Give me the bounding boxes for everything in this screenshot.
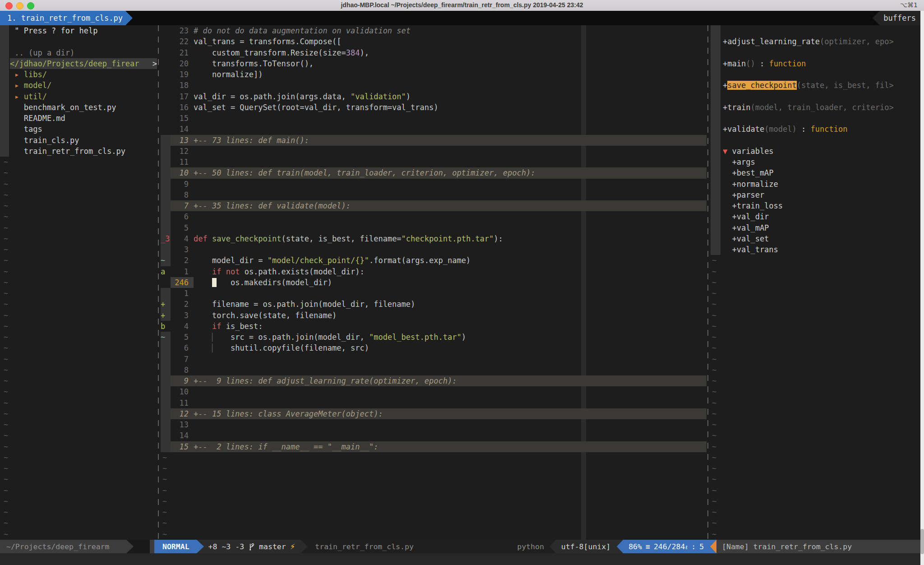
tree-item[interactable]: " Press ? for help [10, 25, 158, 36]
code-line[interactable]: ~2 model_dir = "model/check_point/{}".fo… [161, 255, 707, 266]
code-line[interactable]: 14 [161, 124, 707, 134]
code-line[interactable]: 1 [161, 288, 707, 299]
tree-item[interactable] [10, 36, 158, 47]
code-line[interactable]: 11 [161, 157, 707, 167]
tagbar-item[interactable]: +train(model, train_loader, criterio> [723, 102, 920, 113]
folded-code-line[interactable]: 12+-- 15 lines: class AverageMeter(objec… [161, 408, 707, 419]
sign-column-cell [161, 408, 171, 419]
line-number: 13 [171, 419, 189, 430]
code-line[interactable]: 12 [161, 146, 707, 157]
tree-item[interactable]: ▸ libs/ [10, 69, 158, 80]
scrollbar-track[interactable] [920, 11, 924, 565]
code-line[interactable]: 20 transforms.ToTensor(), [161, 58, 707, 69]
folded-code-line[interactable]: 13+-- 73 lines: def main(): [161, 135, 707, 146]
code-line[interactable]: 9 [161, 179, 707, 190]
code-line[interactable]: 23# do not do data augmentation on valid… [161, 25, 707, 36]
code-text [194, 124, 707, 134]
sign-column-cell [161, 190, 171, 200]
window-separator-right[interactable] [707, 25, 708, 540]
code-line[interactable]: 21 custom_transform.Resize(size=384), [161, 47, 707, 58]
code-line[interactable]: +3 torch.save(state, filename) [161, 310, 707, 321]
code-line[interactable]: +2 filename = os.path.join(model_dir, fi… [161, 299, 707, 310]
code-line[interactable]: 6 [161, 211, 707, 222]
tree-item[interactable]: ▸ model/ [10, 80, 158, 91]
statusline-spacer [134, 540, 150, 553]
tagbar-item[interactable]: +val_dir [723, 211, 920, 222]
empty-line-tilde: ~ [712, 386, 920, 397]
tagbar-item[interactable]: +val_trans [723, 244, 920, 255]
code-window[interactable]: 23# do not do data augmentation on valid… [161, 25, 707, 540]
folded-code-line[interactable]: 15+-- 2 lines: if __name__ == "__main__"… [161, 441, 707, 452]
code-line[interactable]: 7 [161, 354, 707, 365]
empty-line-tilde: ~ [10, 386, 158, 397]
code-text: transforms.ToTensor(), [194, 58, 707, 69]
tagbar-item[interactable]: +adjust_learning_rate(optimizer, epo> [723, 36, 920, 47]
code-line[interactable]: 3 [161, 244, 707, 255]
tree-item[interactable]: .. (up a dir) [10, 47, 158, 58]
tree-item[interactable]: ▸ util/ [10, 91, 158, 102]
nerdtree-gutter-strip [0, 25, 9, 157]
sign-column-cell [161, 179, 171, 190]
code-text: ▏ shutil.copyfile(filename, src) [194, 343, 707, 353]
tagbar-item[interactable]: +best_mAP [723, 167, 920, 178]
tagbar-item[interactable]: +args [723, 157, 920, 167]
code-line[interactable]: 13 [161, 419, 707, 430]
code-text: val_dir = os.path.join(args.data, "valid… [194, 91, 707, 102]
tagbar-item[interactable]: +validate(model) : function [723, 124, 920, 134]
scrollbar-thumb[interactable] [920, 529, 924, 554]
empty-line-tilde: ~ [712, 529, 920, 540]
folded-code-line[interactable]: 9+-- 9 lines: def adjust_learning_rate(o… [161, 375, 707, 386]
folded-code-line[interactable]: 10+-- 50 lines: def train(model, train_l… [161, 167, 707, 178]
window-separator-left[interactable] [158, 25, 159, 540]
code-line[interactable]: ~5 ▏ src = os.path.join(model_dir, "mode… [161, 332, 707, 343]
code-line[interactable]: 8 [161, 365, 707, 375]
code-line[interactable]: 15 [161, 113, 707, 124]
tagbar-item[interactable]: +val_mAP [723, 222, 920, 233]
sign-column-cell: + [161, 299, 171, 310]
empty-line-tilde: ~ [712, 419, 920, 430]
statusline-sliver [150, 540, 154, 553]
tree-item[interactable]: train_cls.py [10, 135, 158, 146]
tagbar-item[interactable]: +parser [723, 190, 920, 200]
tagbar-item[interactable]: +save_checkpoint(state, is_best, fil> [723, 80, 920, 91]
line-number: 9 [171, 179, 189, 190]
sign-column-cell [161, 58, 171, 69]
code-line[interactable]: 18 [161, 80, 707, 91]
tree-item[interactable]: README.md [10, 113, 158, 124]
code-line[interactable]: 14 [161, 430, 707, 441]
tagbar-item[interactable]: +normalize [723, 179, 920, 190]
code-line[interactable]: 10 [161, 386, 707, 397]
empty-line-tilde: ~ [10, 507, 158, 518]
code-line[interactable]: 17val_dir = os.path.join(args.data, "val… [161, 91, 707, 102]
empty-line-tilde: ~ [161, 474, 707, 485]
tagbar-sidebar[interactable]: +adjust_learning_rate(optimizer, epo>+ma… [709, 25, 920, 540]
tree-root-item[interactable]: </jdhao/Projects/deep_firear> [10, 58, 157, 69]
code-line[interactable]: 22val_trans = transforms.Compose([ [161, 36, 707, 47]
code-line[interactable]: 11 [161, 398, 707, 408]
code-line[interactable]: 6 ▏ shutil.copyfile(filename, src) [161, 343, 707, 353]
code-line[interactable]: 16val_set = QuerySet(root=val_dir, trans… [161, 102, 707, 113]
sign-column-cell [161, 200, 171, 211]
tagbar-item[interactable]: +train_loss [723, 200, 920, 211]
tab-train-retr-from-cls[interactable]: 1. train_retr_from_cls.py [0, 11, 125, 25]
code-line[interactable]: 19 normalize]) [161, 69, 707, 80]
line-number: 4 [171, 321, 189, 332]
code-line[interactable]: _34def save_checkpoint(state, is_best, f… [161, 233, 707, 244]
tree-item[interactable]: train_retr_from_cls.py [10, 146, 158, 157]
nerdtree-sidebar[interactable]: " Press ? for help .. (up a dir)</jdhao/… [0, 25, 158, 540]
tree-item[interactable]: tags [10, 124, 158, 134]
line-number: 11 [171, 398, 189, 408]
tagbar-item[interactable]: +main() : function [723, 58, 920, 69]
code-line[interactable]: 5 [161, 222, 707, 233]
tagbar-item[interactable]: ▼ variables [723, 146, 920, 157]
code-line[interactable]: b4 if is_best: [161, 321, 707, 332]
tagbar-item[interactable]: +val_set [723, 233, 920, 244]
folded-code-line[interactable]: 7+-- 35 lines: def validate(model): [161, 200, 707, 211]
code-line[interactable]: 8 [161, 190, 707, 200]
command-line[interactable] [0, 553, 924, 565]
editor-content: " Press ? for help .. (up a dir)</jdhao/… [0, 25, 924, 540]
code-line[interactable]: a1 if not os.path.exists(model_dir): [161, 266, 707, 277]
sign-column-cell [161, 25, 171, 36]
cursor-code-line[interactable]: 246 os.makedirs(model_dir) [161, 277, 707, 288]
tree-item[interactable]: benchmark_on_test.py [10, 102, 158, 113]
